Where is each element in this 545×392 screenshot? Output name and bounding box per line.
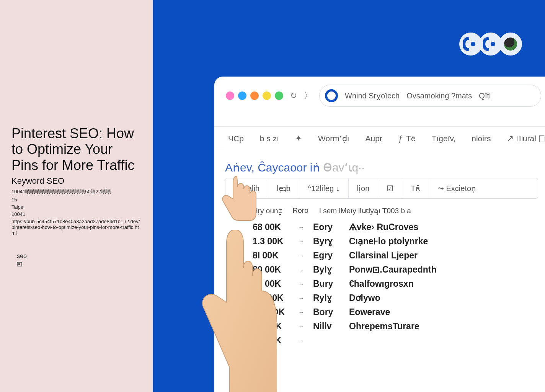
chevron-right-icon: → [299,224,304,230]
svg-point-1 [491,42,495,46]
address-bar[interactable]: Wnind Srỵoïech Ovsamoking ?mats Qïtl [319,85,541,107]
breadcrumb: Qïtl [479,91,491,100]
filter-seg[interactable]: Tʀ̆ [402,178,429,198]
filter-seg[interactable]: ṅɥvalih [225,178,268,198]
page-title: Pinterest SEO: How to Optimize Your Pins… [11,126,142,173]
meta-line: 10041嘖嘖嘖嘖嘖嘖嘖嘖嘖嘖嘖嘖50嘖22嘖嘖 [11,188,142,195]
list-row[interactable]: 8I 00K→EgryCllarsinal Ljeper [253,250,538,261]
list-row[interactable]: 1.3 00K→ByrɣCıạne⊦lo ptolynrke [253,236,538,247]
filter-seg[interactable]: le̩ʇb [268,178,299,198]
filter-seg[interactable]: ⤳Excieton̩ [429,178,485,198]
list-row[interactable]: S0 00K→NillvOhrepemsTurare [253,321,538,332]
list-row[interactable]: 68 00K→EoryѦvke› RuCroves [253,222,538,232]
heading-main: Aṅev, Ĉaycaoor iṅ [225,161,320,174]
tab-glyph-icon: ⎕ [539,134,544,144]
list-row[interactable]: 80 00K→BylɣPonw⊡.Caurapednth [253,265,538,275]
badge-icon [459,33,482,56]
chevron-right-icon: → [299,309,304,315]
filter-seg[interactable]: ^12lifeg ↓ [299,178,349,198]
chevron-right-icon: → [299,267,304,273]
tab-item[interactable]: nloirs [472,134,491,143]
dot-icon[interactable] [238,91,246,100]
tab-item[interactable]: ✦ [295,134,302,144]
breadcrumb: Ovsamoking ?mats [406,91,472,100]
list-row[interactable]: 8Ł 00K→ [253,335,538,346]
list-row[interactable]: 32 OOK→BoryEowerave [253,307,538,317]
subrow-cell: Roro [293,206,308,215]
chevron-right-icon: → [299,281,304,287]
list-row[interactable]: 1.7 00K→RylɣDơlywo [253,293,538,303]
subrow-cell: Hŗy ounẕ [253,206,282,215]
filter-seg[interactable]: ☑ [378,178,402,198]
subrow-cell: I sem iMeıy ilưdya̧ı T003 b a [319,206,411,215]
avatar-icon [499,33,522,56]
dot-icon[interactable] [250,91,259,100]
svg-point-0 [471,42,475,46]
tab-item[interactable]: b s zı [260,134,279,143]
tab-glyph-icon: ✦ [295,134,302,144]
filter-seg[interactable]: lịon [349,178,379,198]
profile-badges [462,33,522,56]
keyword-list: 68 00K→EoryѦvke› RuCroves 1.3 00K→ByrɣCı… [214,220,545,346]
chevron-right-icon: → [299,295,304,301]
meta-url: https://pub-5c454f571b8e40a3a2aad27ade84… [11,219,142,236]
chevron-right-icon: → [299,338,304,344]
meta-line: Taipei [11,204,142,210]
chevron-right-icon: → [299,253,304,259]
image-placeholder-icon [17,262,22,266]
breadcrumb: Wnind Srỵoïech [345,91,400,100]
dot-icon[interactable] [226,91,234,100]
meta-line: 10041 [11,211,142,217]
window-controls[interactable] [226,91,283,100]
browser-toolbar: ↻ 〉 Wnind Srỵoïech Ovsamoking ?mats Qïtl [214,77,545,115]
heading-muted: Ɵavʻɩq·· [323,161,365,174]
forward-icon[interactable]: 〉 [304,90,312,101]
browser-window: ↻ 〉 Wnind Srỵoïech Ovsamoking ?mats Qïtl… [214,77,545,392]
page-heading: Aṅev, Ĉaycaoor iṅ Ɵavʻɩq·· [214,149,545,178]
tab-item[interactable]: Tıgeïv, [432,134,456,143]
refresh-icon[interactable]: ↻ [290,91,297,101]
tab-item[interactable]: ↗〈͟ural ⎕ [507,134,544,144]
chevron-right-icon: → [299,238,304,245]
tab-glyph-icon: ƒ [398,134,403,144]
chevron-right-icon: → [299,323,304,330]
seo-chip: seo [11,253,142,260]
tab-item[interactable]: Aupr [365,134,382,143]
list-row[interactable]: 32 00K→Bury€halfowıgrosxn [253,279,538,289]
page-subtitle: Keyword SEO [11,176,142,186]
sub-header-row: Hŗy ounẕ Roro I sem iMeıy ilưdya̧ı T003 … [214,201,545,220]
filter-bar: ṅɥvalih le̩ʇb ^12lifeg ↓ lịon ☑ Tʀ̆ ⤳Exc… [225,178,538,199]
tab-item[interactable]: ƒTē [398,134,416,144]
tab-item[interactable]: Wormʻḍı [318,134,349,143]
meta-line: 15 [11,197,142,203]
left-sidebar: Pinterest SEO: How to Optimize Your Pins… [0,0,153,392]
tab-item[interactable]: ЧCр [225,134,244,143]
tab-glyph-icon: ↗ [507,134,514,144]
dot-icon[interactable] [263,91,271,100]
right-panel: ↻ 〉 Wnind Srỵoïech Ovsamoking ?mats Qïtl… [153,0,545,392]
checkbox-icon: ☑ [387,184,393,193]
chart-icon: ⤳ [437,184,444,193]
badge-icon [479,33,502,56]
dot-icon[interactable] [275,91,283,100]
category-tabs: ЧCр b s zı ✦ Wormʻḍı Aupr ƒTē Tıgeïv, nl… [214,127,545,149]
loading-spinner-icon [325,89,338,102]
